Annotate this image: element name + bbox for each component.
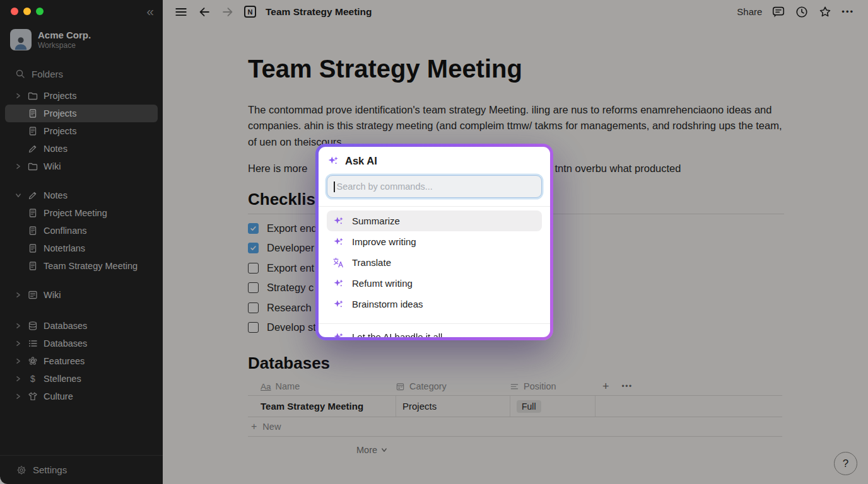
window-controls [11, 8, 44, 15]
divider [319, 206, 550, 207]
ask-ai-modal: Ask AI Search by commands... Summarize I… [315, 144, 553, 340]
command-label: Improve writing [352, 236, 416, 247]
divider [319, 323, 550, 324]
command-brainstorm-ideas[interactable]: Brainstorm ideas [327, 294, 542, 314]
sparkles-icon [332, 236, 344, 248]
command-label: Brainstorm ideas [352, 299, 423, 309]
input-placeholder: Search by commands... [337, 182, 433, 192]
command-clipped[interactable]: Let the AI handle it all [327, 326, 542, 337]
sparkles-icon [332, 299, 344, 310]
sparkles-icon [332, 278, 344, 289]
command-label: Refumt writing [352, 278, 413, 289]
minimize-window-button[interactable] [23, 8, 31, 15]
command-translate[interactable]: Translate [327, 252, 542, 273]
ask-ai-modal-body: Ask AI Search by commands... Summarize I… [319, 147, 550, 337]
zoom-window-button[interactable] [36, 8, 44, 15]
command-improve-writing[interactable]: Improve writing [327, 231, 542, 252]
ai-command-search-input[interactable]: Search by commands... [327, 175, 542, 198]
text-caret [334, 182, 335, 192]
command-label: Summarize [352, 216, 400, 226]
command-label: Translate [352, 257, 391, 268]
sparkles-icon [332, 331, 344, 338]
ask-ai-title: Ask AI [345, 155, 377, 167]
translate-icon [332, 257, 344, 268]
command-label: Let the AI handle it all [352, 331, 442, 337]
close-window-button[interactable] [11, 8, 18, 15]
command-refumt-writing[interactable]: Refumt writing [327, 273, 542, 294]
sparkles-icon [332, 216, 344, 227]
ask-ai-header: Ask AI [327, 155, 542, 167]
command-summarize[interactable]: Summarize [327, 210, 542, 231]
sparkles-icon [327, 155, 339, 167]
